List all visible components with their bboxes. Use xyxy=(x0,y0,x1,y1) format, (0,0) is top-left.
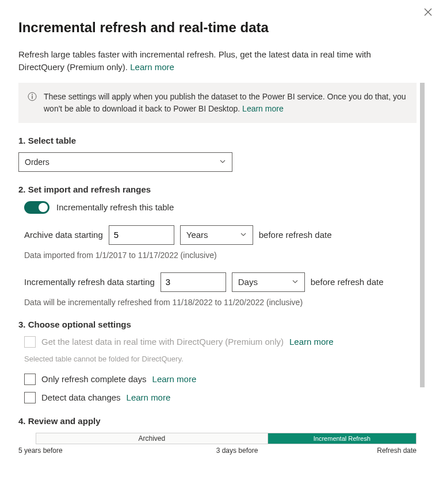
info-icon xyxy=(28,92,37,101)
incremental-row: Incrementally refresh data starting Days… xyxy=(24,272,425,292)
incremental-unit-select[interactable]: Days xyxy=(232,272,305,292)
scrollbar[interactable] xyxy=(420,83,425,387)
detect-changes-learn-more-link[interactable]: Learn more xyxy=(127,393,171,402)
archive-value-input[interactable] xyxy=(109,225,174,245)
detect-changes-checkbox[interactable] xyxy=(24,392,36,403)
complete-days-learn-more-link[interactable]: Learn more xyxy=(152,374,197,384)
timeline: Archived Incremental Refresh 5 years bef… xyxy=(18,433,417,455)
close-button[interactable] xyxy=(421,6,435,20)
directquery-label: Get the latest data in real time with Di… xyxy=(41,337,284,347)
dialog-title: Incremental refresh and real-time data xyxy=(18,20,425,36)
archive-prefix: Archive data starting xyxy=(24,230,103,240)
step1-label: 1. Select table xyxy=(18,136,425,145)
banner-learn-more-link[interactable]: Learn more xyxy=(242,104,284,113)
detect-changes-label: Detect data changes xyxy=(41,393,121,402)
table-select[interactable]: Orders xyxy=(18,152,232,172)
archive-unit-value: Years xyxy=(186,230,208,240)
timeline-archived-bar: Archived xyxy=(36,433,268,444)
close-icon xyxy=(424,8,432,18)
chevron-down-icon xyxy=(240,230,247,240)
table-select-value: Orders xyxy=(25,157,49,167)
step-set-ranges: 2. Set import and refresh ranges Increme… xyxy=(18,184,425,307)
svg-rect-4 xyxy=(32,95,32,99)
complete-days-label: Only refresh complete days xyxy=(41,374,147,384)
chevron-down-icon xyxy=(292,277,299,287)
toggle-label: Incrementally refresh this table xyxy=(56,202,174,212)
step-review: 4. Review and apply Archived Incremental… xyxy=(18,416,425,455)
step-select-table: 1. Select table Orders xyxy=(18,136,425,172)
timeline-right-label: Refresh date xyxy=(377,447,417,455)
complete-days-checkbox[interactable] xyxy=(24,374,36,385)
incremental-refresh-toggle[interactable] xyxy=(24,201,49,214)
incremental-suffix: before refresh date xyxy=(311,277,384,287)
scroll-area: These settings will apply when you publi… xyxy=(18,83,425,504)
step4-label: 4. Review and apply xyxy=(18,416,425,426)
toggle-knob xyxy=(39,203,48,212)
step3-label: 3. Choose optional settings xyxy=(18,320,425,329)
timeline-incremental-bar: Incremental Refresh xyxy=(268,433,416,444)
incremental-hint: Data will be incrementally refreshed fro… xyxy=(24,298,425,307)
archive-hint: Data imported from 1/1/2017 to 11/17/202… xyxy=(24,251,425,260)
step-optional: 3. Choose optional settings Get the late… xyxy=(18,320,425,403)
step2-label: 2. Set import and refresh ranges xyxy=(18,184,425,194)
chevron-down-icon xyxy=(219,157,226,167)
timeline-left-label: 5 years before xyxy=(18,447,63,455)
incremental-value-input[interactable] xyxy=(161,272,226,292)
svg-point-3 xyxy=(32,94,33,95)
incremental-unit-value: Days xyxy=(238,277,258,287)
directquery-learn-more-link[interactable]: Learn more xyxy=(289,337,334,347)
folding-hint: Selected table cannot be folded for Dire… xyxy=(24,355,425,363)
archive-row: Archive data starting Years before refre… xyxy=(24,225,425,245)
info-banner-text: These settings will apply when you publi… xyxy=(44,91,407,115)
dialog-subtitle: Refresh large tables faster with increme… xyxy=(18,48,410,74)
incremental-refresh-dialog: Incremental refresh and real-time data R… xyxy=(0,0,443,504)
info-banner: These settings will apply when you publi… xyxy=(18,83,417,123)
directquery-checkbox xyxy=(24,336,36,348)
archive-unit-select[interactable]: Years xyxy=(180,225,253,245)
learn-more-link[interactable]: Learn more xyxy=(130,62,174,72)
timeline-mid-label: 3 days before xyxy=(216,447,258,455)
incremental-prefix: Incrementally refresh data starting xyxy=(24,277,155,287)
archive-suffix: before refresh date xyxy=(259,230,332,240)
